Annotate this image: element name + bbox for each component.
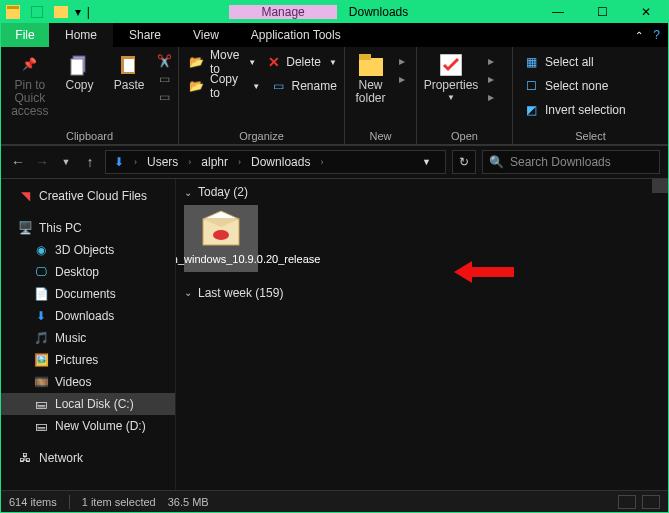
chevron-right-icon: › [234,157,245,167]
breadcrumb-user[interactable]: alphr [197,155,232,169]
easy-access-icon[interactable]: ▸ [394,71,410,87]
group-header-last-week[interactable]: ⌄ Last week (159) [176,280,668,306]
installer-icon [199,209,243,249]
status-size: 36.5 MB [168,496,209,508]
content-pane[interactable]: ⌄ Today (2) expressvpn_windows_10.9.0.20… [176,179,668,490]
search-box[interactable]: 🔍 Search Downloads [482,150,660,174]
tab-home[interactable]: Home [49,23,113,47]
sidebar-item-network[interactable]: 🖧 Network [1,447,175,469]
tab-file[interactable]: File [1,23,49,47]
select-none-button[interactable]: ☐ Select none [519,75,630,97]
group-open-label: Open [423,128,506,142]
edit-icon[interactable]: ▸ [483,71,499,87]
navigation-pane[interactable]: ◥ Creative Cloud Files 🖥️ This PC ◉ 3D O… [1,179,176,490]
qat-folder-icon[interactable] [53,4,69,20]
maximize-button[interactable]: ☐ [580,1,624,23]
group-select-label: Select [519,128,662,142]
search-placeholder: Search Downloads [510,155,611,169]
group-organize-label: Organize [185,128,338,142]
view-details-button[interactable] [618,495,636,509]
down-arrow-icon: ⬇ [110,155,128,169]
videos-icon: 🎞️ [33,374,49,390]
ribbon-collapse-icon[interactable]: ⌃ [635,30,643,41]
invert-selection-button[interactable]: ◩ Invert selection [519,99,630,121]
new-item-icon[interactable]: ▸ [394,53,410,69]
qat-dropdown-icon[interactable]: ▾ [73,5,83,19]
chevron-right-icon: › [130,157,141,167]
copy-button[interactable]: Copy [57,51,103,92]
nav-up-button[interactable]: ↑ [81,154,99,170]
file-item-expressvpn[interactable]: expressvpn_windows_10.9.0.20_release [184,205,258,272]
delete-button[interactable]: Delete [286,55,321,69]
paste-icon [117,53,141,77]
properties-button[interactable]: Properties ▼ [423,51,479,103]
sidebar-item-downloads[interactable]: ⬇ Downloads [1,305,175,327]
sidebar-item-pictures[interactable]: 🖼️ Pictures [1,349,175,371]
qat-save-icon[interactable] [29,4,45,20]
select-none-icon: ☐ [523,78,539,94]
pin-icon: 📌 [18,53,42,77]
sidebar-item-videos[interactable]: 🎞️ Videos [1,371,175,393]
svg-point-14 [213,230,229,240]
svg-rect-5 [71,59,83,75]
nav-forward-button[interactable]: → [33,154,51,170]
sidebar-item-music[interactable]: 🎵 Music [1,327,175,349]
scrollbar-up-button[interactable] [652,179,668,193]
move-to-icon: 📂 [189,54,204,70]
chevron-right-icon: › [316,157,327,167]
ribbon: 📌 Pin to Quick access Copy Paste ✂️ [1,47,668,145]
sidebar-item-3d-objects[interactable]: ◉ 3D Objects [1,239,175,261]
cut-icon[interactable]: ✂️ [156,53,172,69]
music-icon: 🎵 [33,330,49,346]
nav-back-button[interactable]: ← [9,154,27,170]
sidebar-item-creative-cloud[interactable]: ◥ Creative Cloud Files [1,185,175,207]
svg-marker-15 [454,261,514,283]
rename-button[interactable]: Rename [292,79,337,93]
svg-marker-12 [203,211,239,219]
nav-recent-button[interactable]: ▼ [57,157,75,167]
copy-path-icon[interactable]: ▭ [156,71,172,87]
drive-icon: 🖴 [33,418,49,434]
move-to-button[interactable]: 📂 Move to▼ ✕ Delete▼ [185,51,341,73]
sidebar-item-documents[interactable]: 📄 Documents [1,283,175,305]
sidebar-item-new-volume-d[interactable]: 🖴 New Volume (D:) [1,415,175,437]
select-all-button[interactable]: ▦ Select all [519,51,630,73]
breadcrumb-users[interactable]: Users [143,155,182,169]
breadcrumb[interactable]: ⬇ › Users › alphr › Downloads › ▼ [105,150,446,174]
copy-icon [68,53,92,77]
group-header-today[interactable]: ⌄ Today (2) [176,179,668,205]
sidebar-item-this-pc[interactable]: 🖥️ This PC [1,217,175,239]
breadcrumb-dropdown-icon[interactable]: ▼ [418,157,435,167]
svg-rect-8 [359,58,383,76]
cloud-icon: ◥ [17,188,33,204]
svg-rect-9 [359,54,371,60]
tab-share[interactable]: Share [113,23,177,47]
copy-to-button[interactable]: 📂 Copy to▼ ▭ Rename [185,75,341,97]
tab-view[interactable]: View [177,23,235,47]
open-icon[interactable]: ▸ [483,53,499,69]
tab-application-tools[interactable]: Application Tools [235,23,357,47]
network-icon: 🖧 [17,450,33,466]
paste-button[interactable]: Paste [106,51,152,92]
help-icon[interactable]: ? [653,28,660,42]
pc-icon: 🖥️ [17,220,33,236]
pin-to-quick-access-button[interactable]: 📌 Pin to Quick access [7,51,53,119]
group-clipboard-label: Clipboard [7,128,172,142]
chevron-down-icon: ⌄ [184,187,192,198]
pictures-icon: 🖼️ [33,352,49,368]
breadcrumb-folder[interactable]: Downloads [247,155,314,169]
window-title: Downloads [337,5,536,19]
context-tab-manage[interactable]: Manage [229,5,337,19]
history-icon[interactable]: ▸ [483,89,499,105]
svg-rect-1 [7,6,19,9]
sidebar-item-desktop[interactable]: 🖵 Desktop [1,261,175,283]
close-button[interactable]: ✕ [624,1,668,23]
refresh-button[interactable]: ↻ [452,150,476,174]
minimize-button[interactable]: — [536,1,580,23]
new-folder-button[interactable]: New folder [351,51,390,105]
sidebar-item-local-disk-c[interactable]: 🖴 Local Disk (C:) [1,393,175,415]
status-bar: 614 items 1 item selected 36.5 MB [1,490,668,512]
window-body: ◥ Creative Cloud Files 🖥️ This PC ◉ 3D O… [1,179,668,490]
view-large-icons-button[interactable] [642,495,660,509]
paste-shortcut-icon[interactable]: ▭ [156,89,172,105]
